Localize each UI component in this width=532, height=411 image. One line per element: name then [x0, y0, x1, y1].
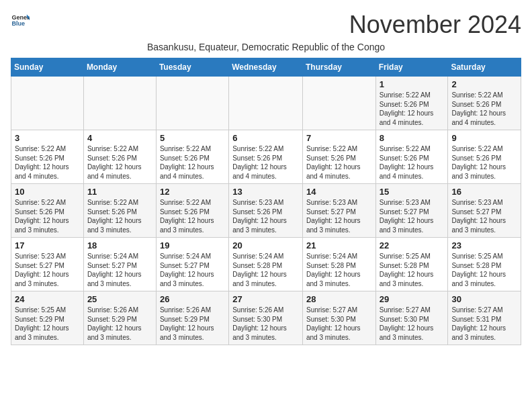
day-number: 6 — [232, 133, 299, 143]
day-info: Sunrise: 5:23 AM Sunset: 5:26 PM Dayligh… — [232, 198, 299, 234]
day-number: 24 — [15, 294, 80, 304]
title-block: November 2024 — [349, 11, 521, 39]
calendar-cell: 14Sunrise: 5:23 AM Sunset: 5:27 PM Dayli… — [302, 184, 375, 238]
generalblue-logo-icon: General Blue — [11, 11, 30, 30]
day-number: 22 — [380, 240, 445, 250]
svg-text:Blue: Blue — [11, 20, 25, 27]
calendar-cell: 17Sunrise: 5:23 AM Sunset: 5:27 PM Dayli… — [11, 238, 84, 291]
calendar-cell: 30Sunrise: 5:27 AM Sunset: 5:31 PM Dayli… — [448, 291, 521, 345]
day-number: 28 — [306, 294, 372, 304]
day-number: 25 — [87, 294, 152, 304]
calendar-cell: 7Sunrise: 5:22 AM Sunset: 5:26 PM Daylig… — [302, 130, 375, 184]
calendar-cell: 8Sunrise: 5:22 AM Sunset: 5:26 PM Daylig… — [375, 130, 448, 184]
calendar-week-5: 24Sunrise: 5:25 AM Sunset: 5:29 PM Dayli… — [11, 291, 521, 345]
day-number: 7 — [306, 133, 372, 143]
header-top: General Blue November 2024 — [11, 11, 521, 39]
day-info: Sunrise: 5:22 AM Sunset: 5:26 PM Dayligh… — [87, 198, 152, 234]
calendar-cell: 19Sunrise: 5:24 AM Sunset: 5:27 PM Dayli… — [156, 238, 228, 291]
day-info: Sunrise: 5:22 AM Sunset: 5:26 PM Dayligh… — [380, 144, 445, 181]
day-info: Sunrise: 5:23 AM Sunset: 5:27 PM Dayligh… — [15, 252, 80, 288]
calendar-cell — [11, 77, 84, 130]
day-number: 12 — [160, 187, 225, 197]
calendar-week-2: 3Sunrise: 5:22 AM Sunset: 5:26 PM Daylig… — [11, 130, 521, 184]
day-info: Sunrise: 5:23 AM Sunset: 5:27 PM Dayligh… — [380, 198, 445, 234]
day-info: Sunrise: 5:25 AM Sunset: 5:28 PM Dayligh… — [380, 252, 445, 288]
day-info: Sunrise: 5:24 AM Sunset: 5:27 PM Dayligh… — [160, 252, 225, 288]
day-number: 14 — [306, 187, 372, 197]
day-number: 23 — [451, 240, 517, 250]
calendar-week-3: 10Sunrise: 5:22 AM Sunset: 5:26 PM Dayli… — [11, 184, 521, 238]
day-info: Sunrise: 5:24 AM Sunset: 5:28 PM Dayligh… — [306, 252, 372, 288]
day-number: 5 — [160, 133, 225, 143]
day-info: Sunrise: 5:27 AM Sunset: 5:30 PM Dayligh… — [380, 306, 445, 342]
calendar-cell: 11Sunrise: 5:22 AM Sunset: 5:26 PM Dayli… — [83, 184, 156, 238]
location-title: Basankusu, Equateur, Democratic Republic… — [11, 42, 521, 52]
day-number: 17 — [15, 240, 80, 250]
calendar-cell — [302, 77, 375, 130]
col-friday: Friday — [375, 58, 448, 77]
day-number: 29 — [380, 294, 445, 304]
day-info: Sunrise: 5:25 AM Sunset: 5:28 PM Dayligh… — [451, 252, 517, 288]
day-number: 19 — [160, 240, 225, 250]
day-info: Sunrise: 5:22 AM Sunset: 5:26 PM Dayligh… — [232, 144, 299, 181]
day-info: Sunrise: 5:26 AM Sunset: 5:29 PM Dayligh… — [160, 306, 225, 342]
day-info: Sunrise: 5:22 AM Sunset: 5:26 PM Dayligh… — [380, 91, 445, 127]
day-number: 15 — [380, 187, 445, 197]
day-number: 1 — [380, 79, 445, 89]
day-number: 13 — [232, 187, 299, 197]
day-number: 3 — [15, 133, 80, 143]
day-number: 10 — [15, 187, 80, 197]
calendar-cell: 5Sunrise: 5:22 AM Sunset: 5:26 PM Daylig… — [156, 130, 228, 184]
day-info: Sunrise: 5:25 AM Sunset: 5:29 PM Dayligh… — [15, 306, 80, 342]
calendar-cell: 18Sunrise: 5:24 AM Sunset: 5:27 PM Dayli… — [83, 238, 156, 291]
calendar-cell — [156, 77, 228, 130]
calendar-table: Sunday Monday Tuesday Wednesday Thursday… — [11, 58, 521, 345]
day-number: 2 — [451, 79, 517, 89]
calendar-cell: 20Sunrise: 5:24 AM Sunset: 5:28 PM Dayli… — [229, 238, 303, 291]
day-number: 27 — [232, 294, 299, 304]
day-number: 20 — [232, 240, 299, 250]
calendar-cell: 26Sunrise: 5:26 AM Sunset: 5:29 PM Dayli… — [156, 291, 228, 345]
calendar-cell: 24Sunrise: 5:25 AM Sunset: 5:29 PM Dayli… — [11, 291, 84, 345]
calendar-cell: 9Sunrise: 5:22 AM Sunset: 5:26 PM Daylig… — [448, 130, 521, 184]
calendar-cell: 29Sunrise: 5:27 AM Sunset: 5:30 PM Dayli… — [375, 291, 448, 345]
day-info: Sunrise: 5:22 AM Sunset: 5:26 PM Dayligh… — [451, 144, 517, 181]
calendar-cell: 23Sunrise: 5:25 AM Sunset: 5:28 PM Dayli… — [448, 238, 521, 291]
day-info: Sunrise: 5:27 AM Sunset: 5:30 PM Dayligh… — [306, 306, 372, 342]
page-container: General Blue November 2024 Basankusu, Eq… — [11, 11, 521, 345]
col-sunday: Sunday — [11, 58, 84, 77]
day-number: 26 — [160, 294, 225, 304]
day-info: Sunrise: 5:23 AM Sunset: 5:27 PM Dayligh… — [306, 198, 372, 234]
day-number: 18 — [87, 240, 152, 250]
day-info: Sunrise: 5:27 AM Sunset: 5:31 PM Dayligh… — [451, 306, 517, 342]
day-number: 21 — [306, 240, 372, 250]
day-info: Sunrise: 5:26 AM Sunset: 5:29 PM Dayligh… — [87, 306, 152, 342]
day-info: Sunrise: 5:22 AM Sunset: 5:26 PM Dayligh… — [160, 198, 225, 234]
calendar-cell: 22Sunrise: 5:25 AM Sunset: 5:28 PM Dayli… — [375, 238, 448, 291]
calendar-cell: 3Sunrise: 5:22 AM Sunset: 5:26 PM Daylig… — [11, 130, 84, 184]
col-monday: Monday — [83, 58, 156, 77]
day-number: 4 — [87, 133, 152, 143]
day-info: Sunrise: 5:22 AM Sunset: 5:26 PM Dayligh… — [160, 144, 225, 181]
day-info: Sunrise: 5:22 AM Sunset: 5:26 PM Dayligh… — [306, 144, 372, 181]
calendar-cell: 16Sunrise: 5:23 AM Sunset: 5:27 PM Dayli… — [448, 184, 521, 238]
calendar-week-4: 17Sunrise: 5:23 AM Sunset: 5:27 PM Dayli… — [11, 238, 521, 291]
calendar-cell: 2Sunrise: 5:22 AM Sunset: 5:26 PM Daylig… — [448, 77, 521, 130]
logo: General Blue — [11, 11, 30, 30]
day-info: Sunrise: 5:22 AM Sunset: 5:26 PM Dayligh… — [451, 91, 517, 127]
calendar-cell — [83, 77, 156, 130]
calendar-cell: 13Sunrise: 5:23 AM Sunset: 5:26 PM Dayli… — [229, 184, 303, 238]
day-info: Sunrise: 5:24 AM Sunset: 5:28 PM Dayligh… — [232, 252, 299, 288]
day-info: Sunrise: 5:22 AM Sunset: 5:26 PM Dayligh… — [87, 144, 152, 181]
calendar-cell: 25Sunrise: 5:26 AM Sunset: 5:29 PM Dayli… — [83, 291, 156, 345]
day-info: Sunrise: 5:23 AM Sunset: 5:27 PM Dayligh… — [451, 198, 517, 234]
day-info: Sunrise: 5:24 AM Sunset: 5:27 PM Dayligh… — [87, 252, 152, 288]
calendar-cell: 28Sunrise: 5:27 AM Sunset: 5:30 PM Dayli… — [302, 291, 375, 345]
calendar-cell: 21Sunrise: 5:24 AM Sunset: 5:28 PM Dayli… — [302, 238, 375, 291]
col-saturday: Saturday — [448, 58, 521, 77]
col-wednesday: Wednesday — [229, 58, 303, 77]
calendar-cell: 6Sunrise: 5:22 AM Sunset: 5:26 PM Daylig… — [229, 130, 303, 184]
day-number: 8 — [380, 133, 445, 143]
day-number: 30 — [451, 294, 517, 304]
day-number: 9 — [451, 133, 517, 143]
